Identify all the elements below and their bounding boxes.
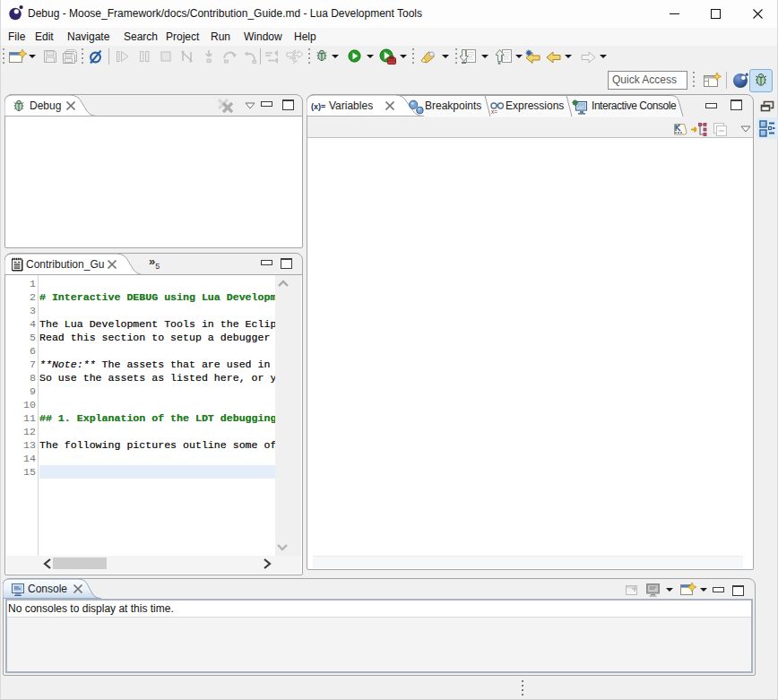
svg-text:x=: x= (491, 108, 497, 115)
